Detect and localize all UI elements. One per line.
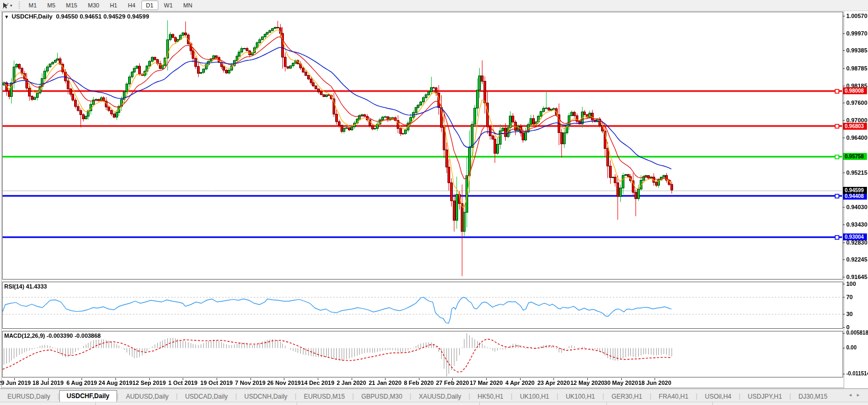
rsi-tick-label: 0 xyxy=(846,324,849,330)
date-label: 2 Jan 2020 xyxy=(337,380,366,386)
price-tick-label: 0.93430 xyxy=(846,221,867,228)
rsi-tick-label: 100 xyxy=(846,281,856,287)
tab-xauusd-daily[interactable]: XAUUSD,Daily xyxy=(411,391,469,402)
price-tick-label: 0.95215 xyxy=(846,169,867,176)
toolbar-grip xyxy=(19,2,20,9)
chart-title: ▼USDCHF,Daily 0.94550 0.94651 0.94529 0.… xyxy=(4,13,149,20)
cursor-tool-button[interactable]: ▾ xyxy=(0,1,14,10)
status-pane-separator xyxy=(95,402,96,405)
date-label: 6 Aug 2019 xyxy=(66,380,97,386)
tab-gbpusd-m30[interactable]: GBPUSD,M30 xyxy=(354,391,409,402)
price-tick-label: 0.96400 xyxy=(846,134,867,141)
tab-usdchf-daily[interactable]: USDCHF,Daily xyxy=(59,390,117,402)
date-label: 26 Nov 2019 xyxy=(267,380,301,386)
timeframe-button-m5[interactable]: M5 xyxy=(42,1,60,10)
tab-scroll-left-icon[interactable]: ◂ xyxy=(849,392,857,398)
tab-uk100-h1[interactable]: UK100,H1 xyxy=(513,391,557,402)
timeframe-button-w1[interactable]: W1 xyxy=(159,1,178,10)
date-label: 19 Oct 2019 xyxy=(200,380,232,386)
date-label: 17 Mar 2020 xyxy=(470,380,503,386)
timeframe-toolbar: ▾ M1M5M15M30H1H4D1W1MN xyxy=(0,0,868,11)
cursor-tool-icon xyxy=(2,2,9,9)
status-pane-separator xyxy=(712,402,713,405)
status-pane-separator xyxy=(606,402,607,405)
price-tick-label: 0.99385 xyxy=(846,47,867,53)
cursor-tool-caret-icon[interactable]: ▾ xyxy=(10,3,12,8)
price-level-badge: 0.96803 xyxy=(843,123,867,130)
current-price-badge: 0.94599 xyxy=(843,187,867,194)
timeframe-button-m15[interactable]: M15 xyxy=(61,1,82,10)
date-label: 29 Jun 2019 xyxy=(0,380,31,386)
tab-hk50-h1[interactable]: HK50,H1 xyxy=(470,391,511,402)
date-label: 4 Apr 2020 xyxy=(505,380,534,386)
ohlc-open: 0.94550 xyxy=(56,13,78,20)
macd-tick-label: 0.00 xyxy=(846,345,856,350)
tab-eurusd-m15[interactable]: EURUSD,M15 xyxy=(297,391,352,402)
timeframe-button-d1[interactable]: D1 xyxy=(141,1,158,10)
date-label: 14 Dec 2019 xyxy=(301,380,334,386)
price-level-badge: 0.98008 xyxy=(843,87,867,94)
tab-audusd-daily[interactable]: AUDUSD,Daily xyxy=(119,391,176,402)
status-bar xyxy=(0,402,868,405)
tab-scroll-right-icon[interactable]: ▸ xyxy=(857,392,865,398)
tab-usdcnh-daily[interactable]: USDCNH,Daily xyxy=(237,391,294,402)
tab-usdjpy-h1[interactable]: USDJPY,H1 xyxy=(740,391,789,402)
date-label: 30 May 2020 xyxy=(604,380,638,386)
price-level-badge: 0.95758 xyxy=(843,153,867,160)
ohlc-high: 0.94651 xyxy=(79,13,102,20)
timeframe-button-h1[interactable]: H1 xyxy=(105,1,122,10)
tab-usoil-h4[interactable]: USOil,H4 xyxy=(697,391,739,402)
price-tick-label: 0.92245 xyxy=(846,256,867,263)
macd-indicator-label: MACD(12,26,9) -0.003390 -0.003868 xyxy=(4,332,101,339)
date-label: 7 Nov 2019 xyxy=(235,380,265,386)
price-level-badge: 0.93004 xyxy=(843,233,867,240)
date-label: 12 Sep 2019 xyxy=(132,380,166,386)
date-label: 27 Feb 2020 xyxy=(436,380,469,386)
chart-canvas[interactable] xyxy=(0,0,868,405)
date-label: 12 May 2020 xyxy=(570,380,604,386)
date-label: 23 Apr 2020 xyxy=(538,380,570,386)
tab-usdcad-daily[interactable]: USDCAD,Daily xyxy=(177,391,235,402)
status-pane-separator xyxy=(479,402,480,405)
tab-fra40-h1[interactable]: FRA40,H1 xyxy=(651,391,696,402)
tab-dj30-m15[interactable]: DJ30,M15 xyxy=(791,391,835,402)
macd-tick-label: 0.005818 xyxy=(846,330,868,336)
price-tick-label: 1.00570 xyxy=(846,13,867,19)
date-label: 24 Aug 2019 xyxy=(99,380,132,386)
date-label: 21 Jan 2020 xyxy=(369,380,401,386)
price-tick-label: 0.91645 xyxy=(846,274,867,280)
timeframe-button-m1[interactable]: M1 xyxy=(24,1,41,10)
trading-terminal-window: { "toolbar": { "cursor_tool": "cursor-to… xyxy=(0,0,868,405)
tab-scroll-arrows: ◂▸ xyxy=(849,392,865,398)
price-tick-label: 0.94030 xyxy=(846,204,867,210)
macd-tick-label: -0.011514 xyxy=(846,371,868,376)
ohlc-close: 0.94599 xyxy=(127,13,149,20)
date-label: 18 Jun 2020 xyxy=(638,380,671,386)
rsi-tick-label: 30 xyxy=(846,311,853,317)
date-label: 8 Feb 2020 xyxy=(404,380,434,386)
tab-uk100-h1[interactable]: UK100,H1 xyxy=(558,391,602,402)
rsi-tick-label: 70 xyxy=(846,294,853,300)
timeframe-button-mn[interactable]: MN xyxy=(178,1,197,10)
timeframe-button-m30[interactable]: M30 xyxy=(83,1,104,10)
date-label: 1 Oct 2019 xyxy=(168,380,198,386)
tab-eurusd-daily[interactable]: EURUSD,Daily xyxy=(0,391,58,402)
timeframe-button-h4[interactable]: H4 xyxy=(123,1,140,10)
symbol-dropdown-icon[interactable]: ▼ xyxy=(4,14,9,20)
price-tick-label: 0.97600 xyxy=(846,100,867,106)
price-tick-label: 0.99970 xyxy=(846,30,867,37)
status-pane-separator xyxy=(297,402,297,405)
tab-ger30-h1[interactable]: GER30,H1 xyxy=(604,391,650,402)
chart-symbol: USDCHF,Daily xyxy=(12,13,52,20)
rsi-indicator-label: RSI(14) 41.4333 xyxy=(4,283,47,290)
date-label: 18 Jul 2019 xyxy=(32,380,64,386)
ohlc-low: 0.94529 xyxy=(103,13,126,20)
chart-tab-bar: EURUSD,Daily|USDCHF,Daily|AUDUSD,Daily|U… xyxy=(0,389,868,402)
price-tick-label: 0.98785 xyxy=(846,65,867,71)
